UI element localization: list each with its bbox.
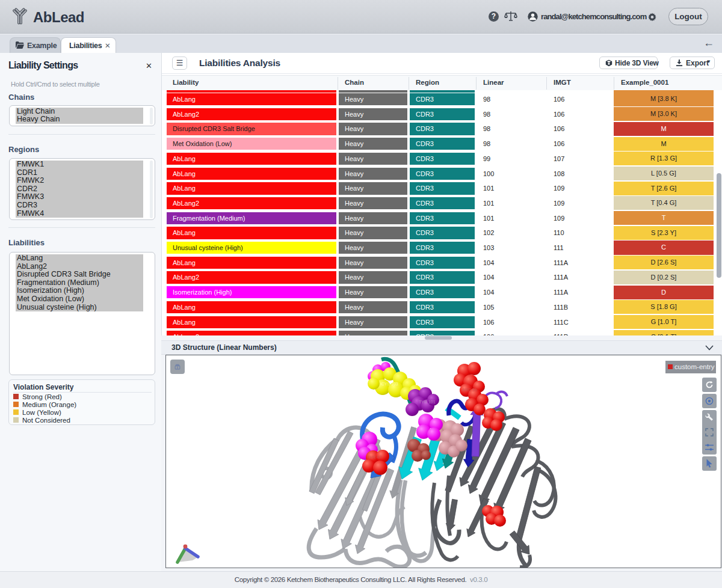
svg-text:TYR 101: TYR 101 <box>419 400 436 404</box>
svg-text:ARG 99: ARG 99 <box>462 388 477 392</box>
svg-text:CYS 103: CYS 103 <box>381 382 398 386</box>
svg-text:THR 47: THR 47 <box>367 455 381 459</box>
